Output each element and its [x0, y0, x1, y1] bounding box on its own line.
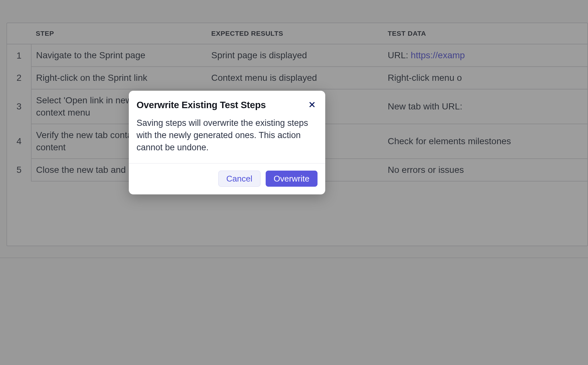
- page-background: STEP EXPECTED RESULTS TEST DATA 1 Naviga…: [0, 0, 588, 365]
- modal-body: Saving steps will overwrite the existing…: [129, 112, 325, 163]
- modal-header: Overwrite Existing Test Steps: [129, 91, 325, 112]
- modal-title: Overwrite Existing Test Steps: [137, 100, 266, 110]
- overwrite-modal: Overwrite Existing Test Steps Saving ste…: [129, 91, 325, 194]
- close-icon: [308, 101, 316, 108]
- modal-close-button[interactable]: [307, 100, 317, 109]
- overwrite-button[interactable]: Overwrite: [266, 171, 318, 187]
- cancel-button[interactable]: Cancel: [218, 171, 261, 187]
- modal-footer: Cancel Overwrite: [129, 163, 325, 194]
